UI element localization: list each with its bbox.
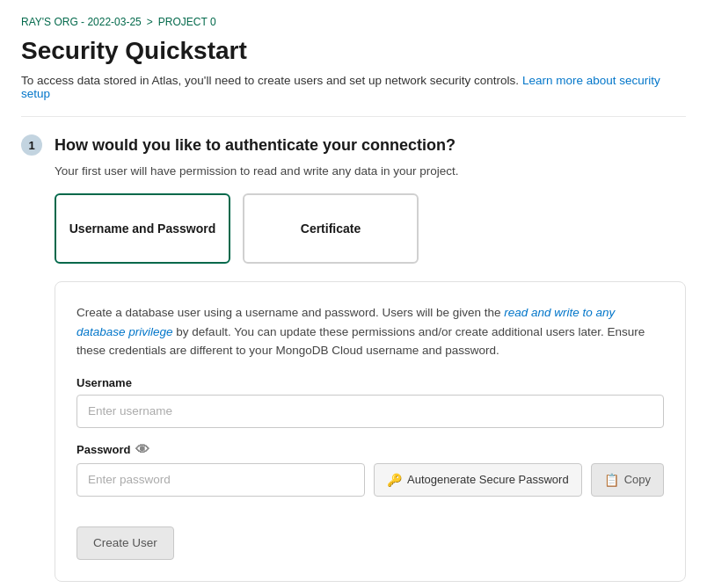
page-description: To access data stored in Atlas, you'll n… xyxy=(21,74,686,117)
key-icon: 🔑 xyxy=(387,473,402,487)
password-input[interactable] xyxy=(77,463,365,497)
password-row: 🔑 Autogenerate Secure Password 📋 Copy xyxy=(77,463,664,497)
form-card: Create a database user using a username … xyxy=(55,281,686,582)
username-label: Username xyxy=(77,376,664,389)
username-group: Username xyxy=(77,376,664,428)
breadcrumb-org[interactable]: RAY'S ORG - 2022-03-25 xyxy=(21,16,142,28)
auth-options: Username and Password Certificate xyxy=(55,193,686,264)
create-user-button[interactable]: Create User xyxy=(77,526,174,560)
form-card-description: Create a database user using a username … xyxy=(77,303,664,360)
breadcrumb: RAY'S ORG - 2022-03-25 > PROJECT 0 xyxy=(21,16,686,28)
breadcrumb-project[interactable]: PROJECT 0 xyxy=(158,16,216,28)
step-1-number: 1 xyxy=(21,134,42,156)
step-1-header: 1 How would you like to authenticate you… xyxy=(21,134,686,156)
autogenerate-button[interactable]: 🔑 Autogenerate Secure Password xyxy=(374,463,582,497)
auth-option-username-password[interactable]: Username and Password xyxy=(55,193,230,264)
password-group: Password 👁 🔑 Autogenerate Secure Passwor… xyxy=(77,442,664,497)
step-1-title: How would you like to authenticate your … xyxy=(55,136,456,155)
step-1-subtitle: Your first user will have permission to … xyxy=(55,164,686,178)
password-visibility-icon[interactable]: 👁 xyxy=(135,442,149,458)
copy-icon: 📋 xyxy=(604,473,619,487)
password-label: Password 👁 xyxy=(77,442,664,458)
copy-button[interactable]: 📋 Copy xyxy=(591,463,664,497)
auth-option-certificate[interactable]: Certificate xyxy=(243,193,419,264)
step-1-section: 1 How would you like to authenticate you… xyxy=(21,134,686,582)
username-input[interactable] xyxy=(77,395,664,428)
breadcrumb-separator: > xyxy=(147,16,153,28)
page-title: Security Quickstart xyxy=(21,37,686,65)
